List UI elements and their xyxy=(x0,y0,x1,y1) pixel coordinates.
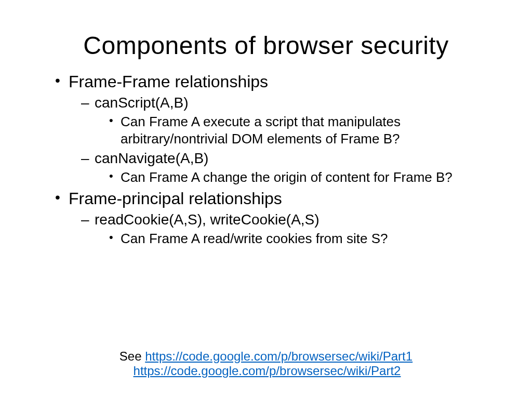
sub-label: canScript(A,B) xyxy=(95,95,189,111)
bullet-list: Frame-Frame relationships canScript(A,B)… xyxy=(47,72,485,247)
detail-list: Can Frame A execute a script that manipu… xyxy=(95,113,485,147)
footer-links: See https://code.google.com/p/browsersec… xyxy=(0,349,532,378)
slide-title: Components of browser security xyxy=(47,31,485,60)
bullet-label: Frame-principal relationships xyxy=(69,189,282,208)
sub-label: canNavigate(A,B) xyxy=(95,150,208,166)
sub-list: readCookie(A,S), writeCookie(A,S) Can Fr… xyxy=(69,211,485,247)
detail-item: Can Frame A execute a script that manipu… xyxy=(108,113,485,147)
bullet-label: Frame-Frame relationships xyxy=(69,72,268,91)
bullet-frame-frame: Frame-Frame relationships canScript(A,B)… xyxy=(52,72,485,186)
sub-list: canScript(A,B) Can Frame A execute a scr… xyxy=(69,95,485,186)
sub-cannavigate: canNavigate(A,B) Can Frame A change the … xyxy=(79,150,485,186)
footer-prefix: See xyxy=(119,349,145,363)
bullet-frame-principal: Frame-principal relationships readCookie… xyxy=(52,189,485,247)
footer-link-part1[interactable]: https://code.google.com/p/browsersec/wik… xyxy=(145,349,413,363)
detail-list: Can Frame A read/write cookies from site… xyxy=(95,230,485,247)
detail-item: Can Frame A read/write cookies from site… xyxy=(108,230,485,247)
sub-readwritecookie: readCookie(A,S), writeCookie(A,S) Can Fr… xyxy=(79,211,485,247)
detail-list: Can Frame A change the origin of content… xyxy=(95,169,485,186)
footer-link-part2[interactable]: https://code.google.com/p/browsersec/wik… xyxy=(134,364,401,378)
detail-item: Can Frame A change the origin of content… xyxy=(108,169,485,186)
sub-label: readCookie(A,S), writeCookie(A,S) xyxy=(95,211,320,228)
sub-canscript: canScript(A,B) Can Frame A execute a scr… xyxy=(79,95,485,147)
